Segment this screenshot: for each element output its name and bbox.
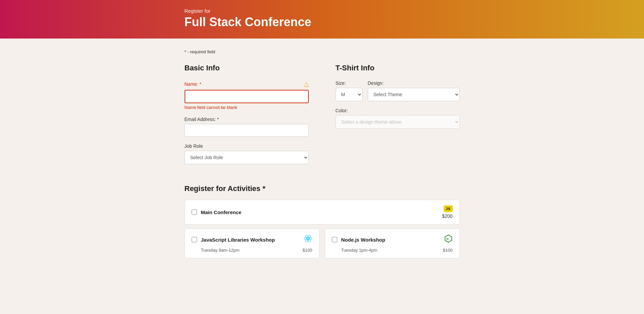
basic-info-title: Basic Info: [185, 64, 309, 72]
tshirt-design-group: Design: Select Theme Theme 1 Theme 2 The…: [368, 80, 460, 101]
activity-left-main: Main Conference: [192, 209, 242, 215]
main-conference-checkbox[interactable]: [192, 209, 197, 215]
tshirt-info-section: T-Shirt Info Size: XS S M L XL XXL Desig…: [336, 64, 460, 135]
node-workshop-left: Node.js Workshop: [332, 237, 385, 243]
header-title: Full Stack Conference: [185, 15, 460, 29]
email-field-group: Email Address: *: [185, 117, 309, 137]
name-field-group: Name: * △ Name field cannot be blank: [185, 80, 309, 110]
activity-right-main: JS $200: [442, 205, 452, 219]
job-role-field-group: Job Role Select Job Role Developer Desig…: [185, 143, 309, 164]
warning-icon: △: [304, 80, 309, 88]
svg-text:N: N: [446, 237, 449, 241]
size-label: Size:: [336, 80, 362, 86]
node-workshop-name: Node.js Workshop: [341, 237, 385, 243]
main-conference-price: $200: [442, 213, 452, 219]
page-header: Register for Full Stack Conference: [0, 0, 644, 39]
js-badge: JS: [444, 205, 452, 212]
name-error: Name field cannot be blank: [185, 105, 309, 110]
activity-card-js-workshop: JavaScript Libraries Workshop Tuesday 9a: [185, 229, 319, 258]
node-workshop-checkbox[interactable]: [332, 237, 337, 242]
size-select[interactable]: XS S M L XL XXL: [336, 88, 362, 101]
node-workshop-detail: Tuesday 1pm-4pm $100: [332, 248, 453, 253]
js-workshop-checkbox[interactable]: [192, 237, 197, 242]
node-workshop-time: Tuesday 1pm-4pm: [341, 248, 378, 253]
tshirt-info-title: T-Shirt Info: [336, 64, 460, 72]
basic-info-section: Basic Info Name: * △ Name field cannot b…: [185, 64, 309, 171]
tshirt-size-design-row: Size: XS S M L XL XXL Design: Select The…: [336, 80, 460, 101]
email-label: Email Address: *: [185, 117, 309, 122]
tshirt-color-group: Color: Select a design theme above: [336, 108, 460, 129]
react-icon: [304, 234, 312, 245]
tshirt-size-group: Size: XS S M L XL XXL: [336, 80, 362, 101]
js-workshop-detail: Tuesday 9am-12pm $100: [192, 248, 312, 253]
activity-card-node-workshop: Node.js Workshop N Tuesday 1pm-4pm $100: [325, 229, 460, 258]
js-workshop-time: Tuesday 9am-12pm: [201, 248, 240, 253]
email-input[interactable]: [185, 124, 309, 137]
js-workshop-top: JavaScript Libraries Workshop: [192, 234, 312, 245]
js-workshop-name: JavaScript Libraries Workshop: [201, 237, 275, 243]
node-icon: N: [444, 234, 453, 245]
name-label: Name: *: [185, 81, 202, 87]
activity-card-main-conference: Main Conference JS $200: [185, 200, 460, 225]
design-select[interactable]: Select Theme Theme 1 Theme 2 Theme 3: [368, 88, 460, 101]
activities-section: Register for Activities * Main Conferenc…: [185, 184, 460, 258]
name-input[interactable]: [185, 90, 309, 103]
activity-cards-row: JavaScript Libraries Workshop Tuesday 9a: [185, 229, 460, 258]
node-workshop-top: Node.js Workshop N: [332, 234, 453, 245]
job-role-select[interactable]: Select Job Role Developer Designer Manag…: [185, 151, 309, 164]
js-workshop-left: JavaScript Libraries Workshop: [192, 237, 275, 243]
header-subtitle: Register for: [185, 8, 460, 14]
node-workshop-price: $100: [443, 248, 453, 253]
js-workshop-price: $100: [303, 248, 312, 253]
main-content: * - required field Basic Info Name: * △ …: [171, 39, 473, 278]
design-label: Design:: [368, 80, 460, 86]
color-select[interactable]: Select a design theme above: [336, 115, 460, 129]
main-conference-name: Main Conference: [201, 209, 242, 215]
required-note: * - required field: [185, 49, 460, 54]
activities-title: Register for Activities *: [185, 184, 460, 193]
color-label: Color:: [336, 108, 460, 113]
job-role-label: Job Role: [185, 143, 309, 149]
